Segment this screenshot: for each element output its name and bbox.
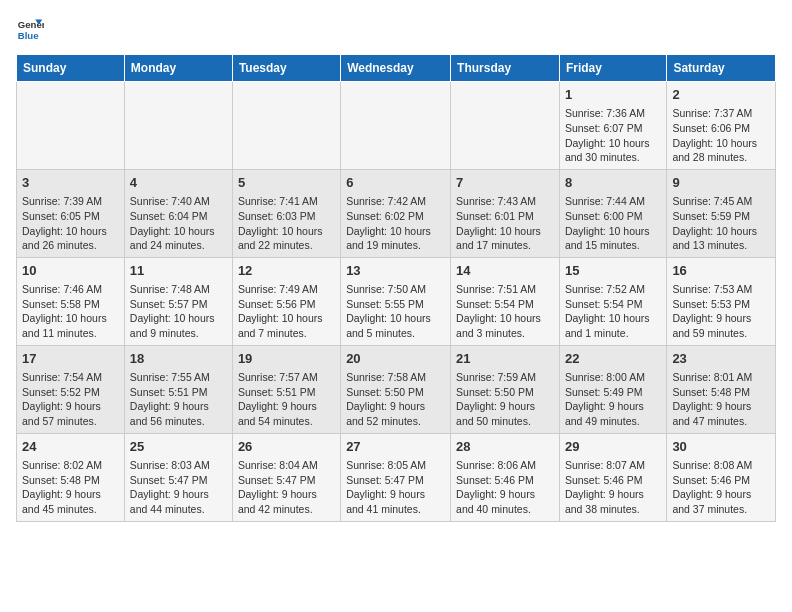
calendar-cell [124,82,232,170]
day-number: 26 [238,438,335,456]
calendar-cell: 22Sunrise: 8:00 AMSunset: 5:49 PMDayligh… [559,345,666,433]
calendar-cell: 16Sunrise: 7:53 AMSunset: 5:53 PMDayligh… [667,257,776,345]
day-info: Sunset: 5:54 PM [456,297,554,312]
calendar-cell: 27Sunrise: 8:05 AMSunset: 5:47 PMDayligh… [341,433,451,521]
day-number: 23 [672,350,770,368]
day-info: Daylight: 10 hours and 24 minutes. [130,224,227,253]
day-info: Sunrise: 7:49 AM [238,282,335,297]
day-info: Sunrise: 7:55 AM [130,370,227,385]
calendar-cell: 6Sunrise: 7:42 AMSunset: 6:02 PMDaylight… [341,169,451,257]
day-info: Sunrise: 7:37 AM [672,106,770,121]
day-info: Daylight: 9 hours and 45 minutes. [22,487,119,516]
calendar-cell [232,82,340,170]
day-number: 2 [672,86,770,104]
day-info: Sunset: 5:46 PM [456,473,554,488]
day-number: 9 [672,174,770,192]
calendar-cell: 15Sunrise: 7:52 AMSunset: 5:54 PMDayligh… [559,257,666,345]
calendar-cell: 1Sunrise: 7:36 AMSunset: 6:07 PMDaylight… [559,82,666,170]
day-number: 27 [346,438,445,456]
day-info: Daylight: 9 hours and 49 minutes. [565,399,661,428]
day-info: Daylight: 9 hours and 57 minutes. [22,399,119,428]
day-info: Daylight: 9 hours and 47 minutes. [672,399,770,428]
day-number: 19 [238,350,335,368]
page-header: General Blue [16,16,776,44]
day-info: Sunset: 5:53 PM [672,297,770,312]
day-info: Sunrise: 7:51 AM [456,282,554,297]
day-info: Sunset: 6:00 PM [565,209,661,224]
day-info: Daylight: 9 hours and 50 minutes. [456,399,554,428]
day-number: 24 [22,438,119,456]
day-info: Sunset: 6:04 PM [130,209,227,224]
day-info: Daylight: 9 hours and 40 minutes. [456,487,554,516]
day-info: Daylight: 9 hours and 42 minutes. [238,487,335,516]
calendar-cell: 5Sunrise: 7:41 AMSunset: 6:03 PMDaylight… [232,169,340,257]
weekday-header-row: SundayMondayTuesdayWednesdayThursdayFrid… [17,55,776,82]
day-number: 3 [22,174,119,192]
calendar-cell: 30Sunrise: 8:08 AMSunset: 5:46 PMDayligh… [667,433,776,521]
day-info: Sunset: 5:47 PM [346,473,445,488]
logo: General Blue [16,16,48,44]
weekday-header-saturday: Saturday [667,55,776,82]
calendar-cell [17,82,125,170]
day-info: Sunset: 5:50 PM [456,385,554,400]
day-info: Daylight: 9 hours and 41 minutes. [346,487,445,516]
calendar-cell: 11Sunrise: 7:48 AMSunset: 5:57 PMDayligh… [124,257,232,345]
day-info: Sunset: 5:58 PM [22,297,119,312]
day-info: Sunrise: 7:52 AM [565,282,661,297]
day-info: Sunrise: 8:04 AM [238,458,335,473]
day-info: Daylight: 10 hours and 22 minutes. [238,224,335,253]
day-number: 17 [22,350,119,368]
day-info: Sunset: 5:49 PM [565,385,661,400]
day-info: Sunrise: 7:57 AM [238,370,335,385]
calendar-week-row: 24Sunrise: 8:02 AMSunset: 5:48 PMDayligh… [17,433,776,521]
day-info: Daylight: 10 hours and 5 minutes. [346,311,445,340]
day-info: Sunset: 6:03 PM [238,209,335,224]
day-info: Daylight: 10 hours and 3 minutes. [456,311,554,340]
calendar-cell: 3Sunrise: 7:39 AMSunset: 6:05 PMDaylight… [17,169,125,257]
day-info: Sunrise: 7:46 AM [22,282,119,297]
day-info: Daylight: 9 hours and 56 minutes. [130,399,227,428]
day-info: Daylight: 10 hours and 11 minutes. [22,311,119,340]
day-info: Sunset: 5:51 PM [238,385,335,400]
day-info: Daylight: 10 hours and 30 minutes. [565,136,661,165]
day-info: Sunrise: 8:03 AM [130,458,227,473]
day-info: Sunrise: 7:50 AM [346,282,445,297]
day-info: Sunrise: 8:05 AM [346,458,445,473]
calendar-week-row: 1Sunrise: 7:36 AMSunset: 6:07 PMDaylight… [17,82,776,170]
day-info: Sunset: 5:46 PM [672,473,770,488]
day-number: 5 [238,174,335,192]
day-info: Sunset: 5:47 PM [130,473,227,488]
day-info: Sunset: 5:46 PM [565,473,661,488]
calendar-cell: 24Sunrise: 8:02 AMSunset: 5:48 PMDayligh… [17,433,125,521]
calendar-cell: 13Sunrise: 7:50 AMSunset: 5:55 PMDayligh… [341,257,451,345]
day-info: Daylight: 9 hours and 38 minutes. [565,487,661,516]
day-number: 22 [565,350,661,368]
calendar-cell: 14Sunrise: 7:51 AMSunset: 5:54 PMDayligh… [451,257,560,345]
day-info: Daylight: 10 hours and 15 minutes. [565,224,661,253]
weekday-header-monday: Monday [124,55,232,82]
day-info: Daylight: 10 hours and 28 minutes. [672,136,770,165]
weekday-header-sunday: Sunday [17,55,125,82]
day-number: 13 [346,262,445,280]
day-info: Daylight: 10 hours and 9 minutes. [130,311,227,340]
day-info: Sunset: 6:01 PM [456,209,554,224]
calendar-cell: 21Sunrise: 7:59 AMSunset: 5:50 PMDayligh… [451,345,560,433]
day-info: Sunrise: 7:36 AM [565,106,661,121]
calendar-cell: 19Sunrise: 7:57 AMSunset: 5:51 PMDayligh… [232,345,340,433]
day-info: Sunset: 5:57 PM [130,297,227,312]
day-info: Sunset: 6:07 PM [565,121,661,136]
day-info: Sunrise: 8:08 AM [672,458,770,473]
calendar-week-row: 10Sunrise: 7:46 AMSunset: 5:58 PMDayligh… [17,257,776,345]
day-info: Daylight: 10 hours and 13 minutes. [672,224,770,253]
day-info: Daylight: 9 hours and 52 minutes. [346,399,445,428]
day-number: 12 [238,262,335,280]
calendar-cell: 12Sunrise: 7:49 AMSunset: 5:56 PMDayligh… [232,257,340,345]
day-info: Sunset: 5:59 PM [672,209,770,224]
day-info: Sunset: 5:48 PM [22,473,119,488]
day-number: 20 [346,350,445,368]
calendar-cell [451,82,560,170]
day-info: Sunrise: 7:58 AM [346,370,445,385]
day-info: Sunrise: 7:42 AM [346,194,445,209]
calendar-cell: 26Sunrise: 8:04 AMSunset: 5:47 PMDayligh… [232,433,340,521]
weekday-header-tuesday: Tuesday [232,55,340,82]
